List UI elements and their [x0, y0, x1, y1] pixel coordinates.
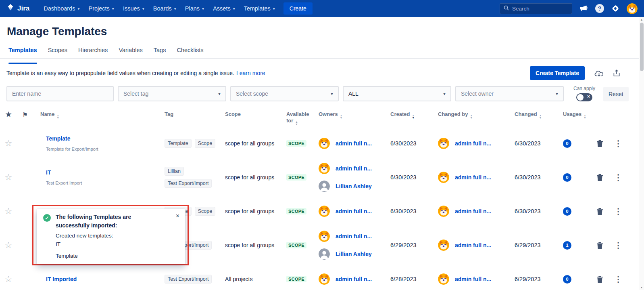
sort-icon: ▲▼: [470, 114, 472, 119]
chevron-down-icon: ▾: [556, 91, 558, 97]
template-name-link[interactable]: IT Imported: [46, 276, 77, 282]
create-button[interactable]: Create: [283, 2, 313, 15]
changed-date: 6/30/2023: [515, 208, 541, 214]
global-search[interactable]: [500, 3, 572, 14]
delete-icon[interactable]: [597, 174, 603, 181]
export-icon[interactable]: [613, 69, 620, 77]
tag-filter-select[interactable]: Select tag ▾: [118, 86, 226, 101]
favorite-star-icon[interactable]: ☆: [5, 207, 13, 215]
tab-scopes[interactable]: Scopes: [48, 47, 67, 58]
delete-icon[interactable]: [597, 242, 603, 249]
scroll-down-arrow[interactable]: ▼: [640, 285, 643, 290]
toggle-knob: [577, 94, 584, 101]
toast-body: The following Templates are successfully…: [56, 213, 165, 259]
scope-badge: SCOPE: [286, 140, 306, 147]
column-header-changed[interactable]: Changed▲▼: [507, 111, 556, 119]
usage-count-badge[interactable]: 0: [563, 207, 571, 216]
column-header-name[interactable]: Name▲▼: [33, 111, 157, 119]
owner-filter-select[interactable]: Select owner ▾: [455, 86, 564, 101]
scope-text: scope for all groups: [225, 242, 274, 248]
nav-item-issues[interactable]: Issues▾: [119, 0, 149, 17]
owner-link[interactable]: Lillian Ashley: [336, 183, 372, 189]
tab-hierarchies[interactable]: Hierarchies: [78, 47, 108, 58]
column-header-scope[interactable]: Scope: [218, 111, 279, 118]
vertical-scrollbar[interactable]: ▲ ▼: [639, 17, 644, 290]
nav-item-plans[interactable]: Plans▾: [181, 0, 208, 17]
tab-tags[interactable]: Tags: [154, 47, 166, 58]
tab-templates[interactable]: Templates: [8, 47, 37, 58]
changed-by-link[interactable]: admin full n...: [455, 208, 491, 214]
favorite-star-icon[interactable]: ☆: [5, 241, 13, 249]
usage-count-badge[interactable]: 0: [563, 275, 571, 284]
table-row: ☆ Template Template for Export/Import Te…: [0, 126, 644, 160]
nav-item-assets[interactable]: Assets▾: [208, 0, 240, 17]
scope-filter-select[interactable]: Select scope ▾: [230, 86, 339, 101]
favorite-star-icon[interactable]: ☆: [5, 139, 13, 147]
available-for-filter-select[interactable]: ALL ▾: [343, 86, 451, 101]
template-name-link[interactable]: IT: [46, 169, 51, 176]
column-header-tag[interactable]: Tag: [157, 111, 218, 118]
template-name-link[interactable]: Template: [46, 135, 70, 142]
owner-link[interactable]: admin full n...: [336, 140, 372, 147]
user-avatar[interactable]: [627, 3, 638, 14]
owner-link[interactable]: admin full n...: [336, 165, 372, 172]
reset-button[interactable]: Reset: [603, 87, 629, 101]
created-date: 6/30/2023: [390, 208, 417, 214]
column-header-available-for[interactable]: Available for▲▼: [279, 111, 311, 125]
import-cloud-download-icon[interactable]: [594, 70, 604, 77]
changed-by-link[interactable]: admin full n...: [455, 174, 491, 181]
changed-by-link[interactable]: admin full n...: [455, 276, 491, 282]
changed-by-link[interactable]: admin full n...: [455, 242, 491, 248]
search-input[interactable]: [512, 6, 568, 12]
chevron-down-icon: ▾: [273, 6, 275, 11]
more-actions-icon[interactable]: ⋮: [614, 140, 622, 147]
scrollbar-thumb[interactable]: [640, 23, 644, 71]
chevron-down-icon: ▾: [443, 91, 446, 97]
user-avatar: [319, 273, 330, 285]
usage-count-badge[interactable]: 0: [563, 139, 571, 148]
flag-column-icon[interactable]: ⚑: [23, 111, 28, 118]
more-actions-icon[interactable]: ⋮: [614, 242, 622, 249]
tab-bar: Templates Scopes Hierarchies Variables T…: [0, 47, 644, 59]
usage-count-badge[interactable]: 1: [563, 241, 571, 250]
column-header-created[interactable]: Created▲▼: [383, 111, 431, 119]
learn-more-link[interactable]: Learn more: [236, 70, 265, 76]
scope-text: All projects: [225, 276, 252, 282]
help-icon[interactable]: ?: [595, 4, 604, 13]
settings-gear-icon[interactable]: [612, 5, 619, 12]
nav-item-projects[interactable]: Projects▾: [84, 0, 118, 17]
column-header-changed-by[interactable]: Changed by▲▼: [431, 111, 507, 119]
delete-icon[interactable]: [597, 140, 603, 147]
can-apply-toggle[interactable]: ×: [576, 93, 592, 101]
chevron-down-icon: ▾: [174, 6, 176, 11]
column-header-owners[interactable]: Owners▲▼: [311, 111, 383, 119]
usage-count-badge[interactable]: 0: [563, 173, 571, 182]
delete-icon[interactable]: [597, 276, 603, 283]
more-actions-icon[interactable]: ⋮: [614, 208, 622, 215]
owner-link[interactable]: admin full n...: [336, 276, 372, 282]
favorite-star-icon[interactable]: ☆: [5, 173, 13, 181]
scroll-up-arrow[interactable]: ▲: [640, 17, 643, 22]
nav-item-dashboards[interactable]: Dashboards▾: [39, 0, 84, 17]
tab-variables[interactable]: Variables: [119, 47, 142, 58]
nav-item-templates[interactable]: Templates▾: [240, 0, 279, 17]
favorite-star-icon[interactable]: ☆: [5, 275, 13, 283]
announcements-megaphone-icon[interactable]: [580, 5, 588, 12]
favorites-column-icon[interactable]: ★: [5, 111, 11, 118]
more-actions-icon[interactable]: ⋮: [614, 275, 622, 283]
more-actions-icon[interactable]: ⋮: [614, 174, 622, 181]
owner-link[interactable]: admin full n...: [336, 208, 372, 214]
name-filter-input[interactable]: [6, 86, 114, 101]
user-avatar: [438, 273, 449, 285]
delete-icon[interactable]: [597, 208, 603, 215]
create-template-button[interactable]: Create Template: [530, 66, 585, 80]
jira-logo[interactable]: Jira: [6, 4, 29, 14]
owner-link[interactable]: Lillian Ashley: [336, 251, 372, 257]
tab-checklists[interactable]: Checklists: [177, 47, 203, 58]
column-header-usages[interactable]: Usages▲▼: [556, 111, 586, 119]
nav-item-boards[interactable]: Boards▾: [149, 0, 181, 17]
changed-by-link[interactable]: admin full n...: [455, 140, 491, 147]
close-icon[interactable]: ×: [176, 213, 179, 219]
scope-badge: SCOPE: [286, 242, 306, 248]
owner-link[interactable]: admin full n...: [336, 233, 372, 240]
